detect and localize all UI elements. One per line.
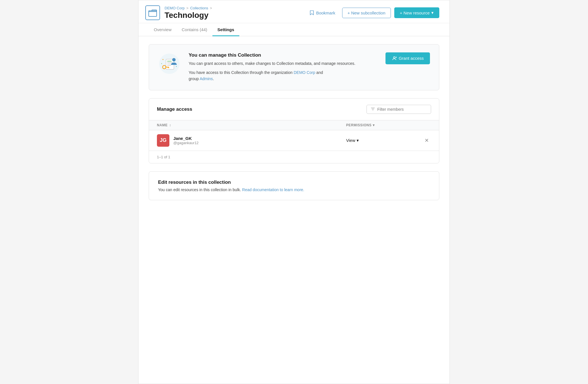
info-card-action: Grant access <box>385 52 430 64</box>
permission-chevron-icon: ▾ <box>357 138 359 143</box>
bookmark-label: Bookmark <box>316 10 335 15</box>
group-link[interactable]: Admins <box>200 76 213 81</box>
user-name: Jane_GK <box>173 136 199 141</box>
grant-access-icon <box>392 56 397 61</box>
svg-rect-6 <box>167 65 171 66</box>
tab-overview[interactable]: Overview <box>149 23 177 36</box>
grant-access-label: Grant access <box>399 56 424 61</box>
new-subcollection-button[interactable]: + New subcollection <box>342 8 391 18</box>
svg-text:✦: ✦ <box>161 63 162 65</box>
manage-access-card: Manage access NAME ↕ PERMISSIONS ▾ <box>149 98 439 163</box>
tab-settings[interactable]: Settings <box>212 23 239 36</box>
column-name: NAME ↕ <box>157 123 346 127</box>
table-header: NAME ↕ PERMISSIONS ▾ <box>149 120 439 130</box>
info-card-body: You can manage this Collection You can g… <box>189 52 378 82</box>
tab-contains[interactable]: Contains (44) <box>177 23 212 36</box>
page-header: DEMO Corp > Collections > Technology Boo… <box>139 0 449 23</box>
access-text-suffix: . <box>213 76 214 81</box>
filter-members-input[interactable] <box>377 107 427 112</box>
breadcrumb: DEMO Corp > Collections > <box>165 6 212 10</box>
main-content: ✦ ✦ ✦ You can manage this Collection You… <box>139 36 449 208</box>
new-resource-chevron-icon: ▾ <box>431 10 434 15</box>
svg-point-11 <box>172 58 176 61</box>
docs-link[interactable]: Read documentation to learn more. <box>242 187 304 192</box>
breadcrumb-sep2: > <box>210 6 212 10</box>
access-text-mid: and <box>315 70 323 75</box>
table-row: JG Jane_GK @gagankaur12 View ▾ ✕ <box>149 130 439 151</box>
svg-point-15 <box>393 57 395 58</box>
access-text-prefix: You have access to this Collection throu… <box>189 70 294 75</box>
perms-chevron-icon: ▾ <box>373 123 375 127</box>
edit-resources-description: You can edit resources in this collectio… <box>158 187 430 192</box>
breadcrumb-sep1: > <box>186 6 189 10</box>
table-footer: 1–1 of 1 <box>149 151 439 163</box>
edit-resources-title: Edit resources in this collection <box>158 180 430 185</box>
org-link[interactable]: DEMO Corp <box>294 70 315 75</box>
svg-rect-4 <box>167 62 173 63</box>
header-left: DEMO Corp > Collections > Technology <box>145 5 212 20</box>
sort-icon: ↕ <box>169 123 171 127</box>
filter-icon <box>371 107 375 111</box>
pagination-text: 1–1 of 1 <box>157 155 170 159</box>
filter-members-wrap[interactable] <box>367 105 431 114</box>
remove-member-button[interactable]: ✕ <box>422 136 431 145</box>
close-icon: ✕ <box>425 138 429 143</box>
avatar: JG <box>157 134 169 147</box>
manage-card-header: Manage access <box>149 99 439 120</box>
svg-text:✦: ✦ <box>176 66 177 67</box>
bookmark-button[interactable]: Bookmark <box>306 8 339 18</box>
new-resource-label: + New resource <box>400 10 430 15</box>
permission-label: View <box>346 138 355 143</box>
breadcrumb-org[interactable]: DEMO Corp <box>165 6 185 10</box>
user-col: JG Jane_GK @gagankaur12 <box>157 134 346 147</box>
tabs: Overview Contains (44) Settings <box>139 23 449 36</box>
info-card-title: You can manage this Collection <box>189 52 378 58</box>
logo-icon <box>145 5 160 20</box>
manage-collection-icon: ✦ ✦ ✦ <box>158 52 181 75</box>
grant-access-button[interactable]: Grant access <box>385 52 430 64</box>
new-resource-button[interactable]: + New resource ▾ <box>394 7 439 18</box>
user-handle: @gagankaur12 <box>173 141 199 145</box>
user-info: Jane_GK @gagankaur12 <box>173 136 199 145</box>
manage-access-title: Manage access <box>157 106 192 112</box>
new-subcollection-label: + New subcollection <box>348 10 385 15</box>
info-card-description: You can grant access to others, make cha… <box>189 60 378 67</box>
perms-col: View ▾ ✕ <box>346 136 431 145</box>
info-card-access: You have access to this Collection throu… <box>189 69 378 82</box>
edit-resources-card: Edit resources in this collection You ca… <box>149 171 439 200</box>
info-card: ✦ ✦ ✦ You can manage this Collection You… <box>149 44 439 90</box>
header-actions: Bookmark + New subcollection + New resou… <box>306 7 439 18</box>
page-title: Technology <box>165 11 212 20</box>
column-permissions: PERMISSIONS ▾ <box>346 123 431 127</box>
svg-rect-3 <box>167 61 172 61</box>
access-text-newline: group <box>189 76 200 81</box>
permission-dropdown-button[interactable]: View ▾ <box>346 138 359 143</box>
title-area: DEMO Corp > Collections > Technology <box>165 6 212 20</box>
bookmark-icon <box>309 10 314 15</box>
breadcrumb-collections[interactable]: Collections <box>190 6 208 10</box>
svg-text:✦: ✦ <box>162 58 164 61</box>
